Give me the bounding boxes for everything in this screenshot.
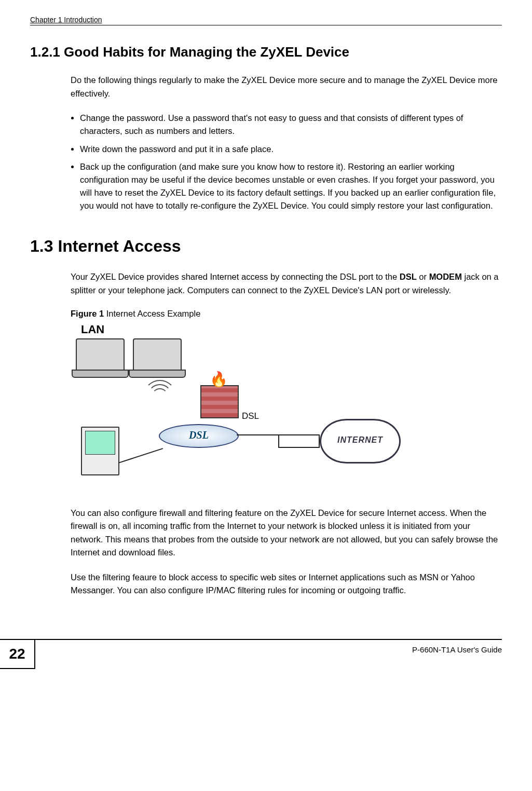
text-span: or	[417, 272, 429, 281]
figure-caption: Figure 1 Internet Access Example	[71, 309, 502, 319]
wire-line	[118, 448, 163, 463]
wire-line	[278, 434, 279, 447]
para-13-2: You can also configure firewall and filt…	[71, 507, 502, 560]
list-item: Write down the password and put it in a …	[80, 143, 502, 156]
lan-label: LAN	[81, 323, 104, 336]
list-item: Back up the configuration (and make sure…	[80, 160, 502, 212]
figure-label-strong: Figure 1	[71, 309, 104, 318]
page-number: 22	[0, 639, 35, 669]
page-footer: 22 P-660N-T1A User's Guide	[30, 639, 502, 671]
heading-1-2-1: 1.2.1 Good Habits for Managing the ZyXEL…	[30, 44, 502, 60]
figure-label-rest: Internet Access Example	[104, 309, 200, 318]
wifi-icon	[143, 380, 174, 411]
text-span: Your ZyXEL Device provides shared Intern…	[71, 272, 400, 281]
internet-cloud-icon: INTERNET	[320, 419, 401, 463]
laptop-icon	[76, 338, 125, 372]
desktop-icon	[81, 427, 119, 475]
bold-dsl: DSL	[400, 272, 417, 281]
guide-title: P-660N-T1A User's Guide	[412, 645, 502, 654]
wire-line	[278, 447, 320, 448]
figure-1-diagram: LAN DSL DSL INTERNET	[71, 323, 403, 494]
running-header: Chapter 1 Introduction	[30, 16, 502, 25]
heading-1-3: 1.3 Internet Access	[30, 237, 502, 256]
laptop-icon	[133, 338, 182, 372]
list-item: Change the password. Use a password that…	[80, 112, 502, 138]
bold-modem: MODEM	[429, 272, 462, 281]
habits-list: Change the password. Use a password that…	[71, 112, 502, 212]
intro-para-121: Do the following things regularly to mak…	[71, 74, 502, 100]
dsl-router-icon: DSL	[159, 424, 239, 448]
dsl-line-label: DSL	[242, 411, 259, 421]
para-13-1: Your ZyXEL Device provides shared Intern…	[71, 270, 502, 297]
para-13-3: Use the filtering feaure to block access…	[71, 571, 502, 597]
firewall-icon	[200, 385, 239, 418]
